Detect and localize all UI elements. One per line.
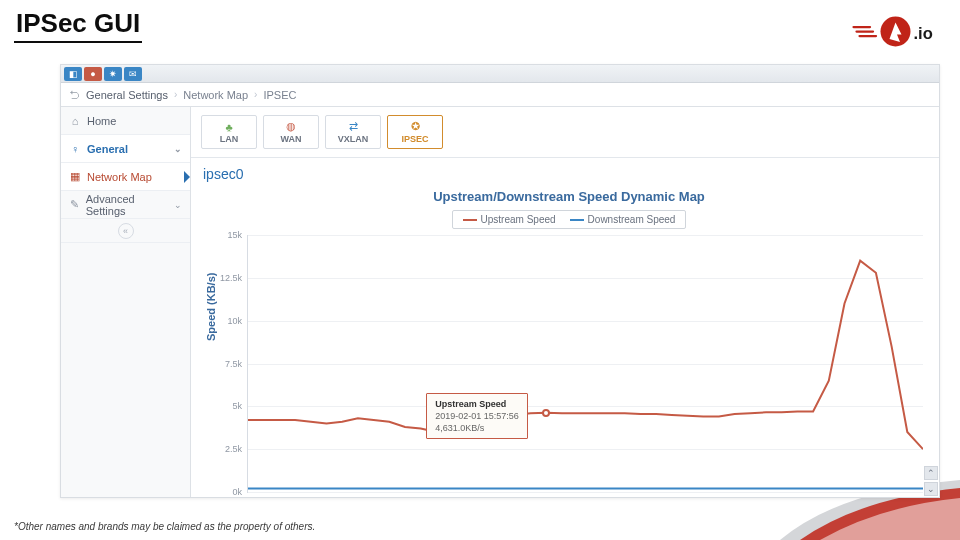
dashboard-icon[interactable]: ◧	[64, 67, 82, 81]
chevron-right-icon: ›	[254, 89, 257, 100]
header-launcher: ◧ ● ✷ ✉	[61, 65, 939, 83]
chart-legend: Upstream Speed Downstream Speed	[452, 210, 687, 229]
sidebar-item-label: General	[87, 143, 128, 155]
sitemap-icon: ♣	[225, 121, 232, 133]
tooltip-timestamp: 2019-02-01 15:57:56	[435, 410, 519, 422]
app-window: ◧ ● ✷ ✉ ⮌ General Settings › Network Map…	[60, 64, 940, 498]
link-icon: ✪	[411, 120, 420, 133]
sidebar: ⌂ Home ♀ General ⌄ ▦ Network Map ✎ Advan…	[61, 107, 191, 497]
sidebar-item-home[interactable]: ⌂ Home	[61, 107, 190, 135]
tab-lan[interactable]: ♣ LAN	[201, 115, 257, 149]
brand-logo: .io	[852, 12, 942, 52]
tab-ipsec[interactable]: ✪ IPSEC	[387, 115, 443, 149]
chart-plot-area[interactable]: 0k2.5k5k7.5k10k12.5k15kUpstream Speed201…	[247, 235, 923, 493]
sidebar-collapse-button[interactable]: «	[61, 219, 190, 243]
legend-item-upstream: Upstream Speed	[463, 214, 556, 225]
interface-name: ipsec0	[191, 158, 939, 182]
grid-line	[248, 492, 923, 493]
breadcrumb-back-icon[interactable]: ⮌	[69, 89, 80, 101]
chart-title: Upstream/Downstream Speed Dynamic Map	[209, 189, 929, 204]
breadcrumb-item[interactable]: IPSEC	[263, 89, 296, 101]
ytick-label: 12.5k	[220, 273, 248, 283]
breadcrumb: ⮌ General Settings › Network Map › IPSEC	[61, 83, 939, 107]
sidebar-item-label: Advanced Settings	[86, 193, 168, 217]
chart-marker	[542, 409, 550, 417]
swap-icon: ⇄	[349, 120, 358, 133]
main-panel: ♣ LAN ◍ WAN ⇄ VXLAN ✪ IPSEC ipsec0 Sp	[191, 107, 939, 497]
globe-icon: ◍	[286, 120, 296, 133]
tab-label: IPSEC	[401, 134, 428, 144]
legend-item-downstream: Downstream Speed	[570, 214, 676, 225]
sidebar-item-general[interactable]: ♀ General ⌄	[61, 135, 190, 163]
page-title: IPSec GUI	[14, 8, 142, 43]
sidebar-item-label: Home	[87, 115, 116, 127]
wrench-icon: ✎	[69, 198, 80, 211]
chart-tooltip: Upstream Speed2019-02-01 15:57:564,631.0…	[426, 393, 528, 439]
sidebar-item-network-map[interactable]: ▦ Network Map	[61, 163, 190, 191]
chat-icon[interactable]: ✉	[124, 67, 142, 81]
chart: Speed (KB/s) Upstream/Downstream Speed D…	[209, 189, 929, 493]
ytick-label: 0k	[232, 487, 248, 497]
ytick-label: 7.5k	[225, 359, 248, 369]
globe-icon[interactable]: ●	[84, 67, 102, 81]
ytick-label: 2.5k	[225, 444, 248, 454]
tooltip-value: 4,631.0KB/s	[435, 422, 519, 434]
scroll-controls: ⌃ ⌄	[924, 466, 938, 496]
scroll-up-icon[interactable]: ⌃	[924, 466, 938, 480]
tab-label: VXLAN	[338, 134, 369, 144]
tab-label: WAN	[281, 134, 302, 144]
bulb-icon: ♀	[69, 143, 81, 155]
chevron-down-icon: ⌄	[174, 200, 182, 210]
breadcrumb-item[interactable]: Network Map	[183, 89, 248, 101]
sidebar-item-advanced[interactable]: ✎ Advanced Settings ⌄	[61, 191, 190, 219]
ytick-label: 15k	[227, 230, 248, 240]
chevron-down-icon: ⌄	[174, 144, 182, 154]
home-icon: ⌂	[69, 115, 81, 127]
tab-label: LAN	[220, 134, 239, 144]
ytick-label: 10k	[227, 316, 248, 326]
scroll-down-icon[interactable]: ⌄	[924, 482, 938, 496]
tab-vxlan[interactable]: ⇄ VXLAN	[325, 115, 381, 149]
footnote: *Other names and brands may be claimed a…	[14, 521, 315, 532]
chip-icon: ▦	[69, 170, 81, 183]
logo-suffix: .io	[914, 24, 933, 42]
chevron-right-icon: ›	[174, 89, 177, 100]
ytick-label: 5k	[232, 401, 248, 411]
tab-bar: ♣ LAN ◍ WAN ⇄ VXLAN ✪ IPSEC	[191, 107, 939, 158]
tab-wan[interactable]: ◍ WAN	[263, 115, 319, 149]
chart-ylabel: Speed (KB/s)	[205, 273, 217, 341]
breadcrumb-item[interactable]: General Settings	[86, 89, 168, 101]
sidebar-item-label: Network Map	[87, 171, 152, 183]
gear-icon[interactable]: ✷	[104, 67, 122, 81]
tooltip-title: Upstream Speed	[435, 398, 519, 410]
